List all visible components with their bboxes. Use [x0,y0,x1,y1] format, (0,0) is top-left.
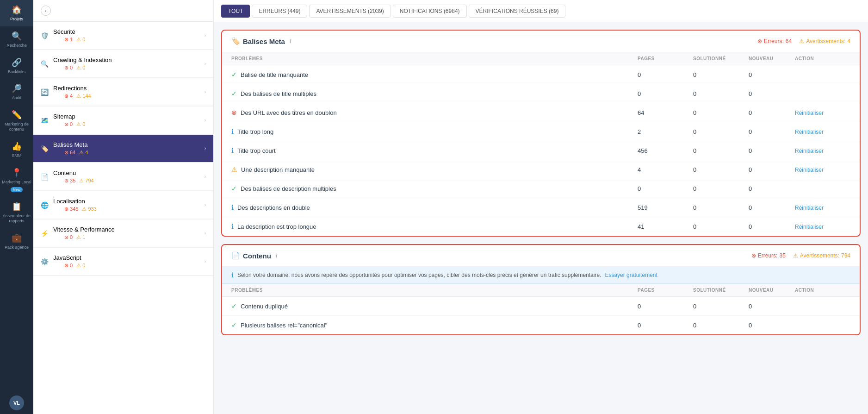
section-title-contenu: 📄 Contenu i [231,251,751,260]
problem-label: Title trop court [237,147,276,154]
nouveau-value: 0 [749,204,795,211]
nav-vitesse[interactable]: ⚡ Vitesse & Performance ⊗ 0 ⚠ 1 › [33,220,213,247]
nav-item-balises-meta: 🏷️ Balises Meta ⊗ 64 ⚠ 4 › [33,135,213,163]
nav-localisation[interactable]: 🌐 Localisation ⊗ 345 ⚠ 933 › [33,191,213,219]
nav-balises-meta[interactable]: 🏷️ Balises Meta ⊗ 64 ⚠ 4 › [33,135,213,163]
warnings-label: Avertissements: [806,38,845,44]
nav-crawling[interactable]: 🔍 Crawling & Indexation ⊗ 0 ⚠ 0 › [33,50,213,78]
nav-sitemap[interactable]: 🗺️ Sitemap ⊗ 0 ⚠ 0 › [33,107,213,134]
nouveau-value: 0 [749,185,795,192]
tag-icon-section: 🏷️ [231,37,240,45]
solutionne-value: 0 [693,147,749,154]
action-cell[interactable]: Réinitialiser [795,147,850,154]
pages-value: 0 [638,71,693,78]
reinitialiser-link[interactable]: Réinitialiser [795,110,824,116]
tab-tout[interactable]: TOUT [221,5,250,18]
left-panel: ‹ 🛡️ Sécurité ⊗ 1 ⚠ 0 › 🔍 Crawling & Ind… [33,0,214,414]
nav-item-localisation: 🌐 Localisation ⊗ 345 ⚠ 933 › [33,191,213,220]
section-title-text: Balises Meta [243,38,285,45]
tab-erreurs[interactable]: ERREURS (449) [252,5,307,18]
info-indicator-contenu: i [276,253,277,258]
sidebar-item-marketing-local[interactable]: 📍 Marketing Local New [0,163,33,197]
action-cell[interactable]: Réinitialiser [795,109,850,116]
sidebar-item-smm[interactable]: 👍 SMM [0,137,33,163]
badge-error-contenu: ⊗ 35 [64,178,75,184]
nav-redirections[interactable]: 🔄 Redirections ⊗ 4 ⚠ 144 › [33,78,213,106]
reinitialiser-link[interactable]: Réinitialiser [795,129,824,135]
chevron-right-icon: › [205,231,206,236]
content-area: 🏷️ Balises Meta i ⊗ Erreurs: 64 ⚠ Averti… [214,22,868,414]
stat-errors-contenu: ⊗ Erreurs: 35 [751,252,786,259]
shield-icon: 🛡️ [41,32,49,39]
edit-icon: ✏️ [12,110,22,120]
problem-cell: ✓ Contenu dupliqué [231,302,638,310]
stat-warnings-balises-meta: ⚠ Avertissements: 4 [799,38,850,44]
errors-label-contenu: Erreurs: [758,252,778,259]
problem-cell: ⚠ Une description manquante [231,166,638,173]
chevron-right-icon: › [205,174,206,179]
tab-avertissements[interactable]: AVERTISSEMENTS (2039) [309,5,391,18]
tab-notifications[interactable]: NOTIFICATIONS (6984) [393,5,467,18]
sidebar-item-recherche[interactable]: 🔍 Recherche [0,26,33,53]
action-cell[interactable]: Réinitialiser [795,223,850,230]
reinitialiser-link[interactable]: Réinitialiser [795,205,824,211]
sidebar-item-assembleur[interactable]: 📋 Assembleur de rapports [0,197,33,228]
sidebar-label-smm: SMM [12,153,22,158]
essayer-link[interactable]: Essayer gratuitement [605,272,657,278]
reinitialiser-link[interactable]: Réinitialiser [795,224,824,230]
nav-badges-balises-meta: ⊗ 64 ⚠ 4 [64,150,205,156]
badge-warn-redirections: ⚠ 144 [76,93,91,99]
solutionne-value: 0 [693,71,749,78]
badge-error-redirections: ⊗ 4 [64,93,73,99]
pages-value: 519 [638,204,693,211]
table-row: ✓ Balise de title manquante 0 0 0 [222,65,860,84]
sidebar-label-recherche: Recherche [6,43,27,48]
action-cell[interactable]: Réinitialiser [795,204,850,211]
nav-label-redirections: Redirections [53,85,205,92]
problem-cell: ℹ La description est trop longue [231,223,638,230]
nav-javascript[interactable]: ⚙️ JavaScript ⊗ 0 ⚠ 0 › [33,248,213,276]
table-balises-meta: PROBLÈMES PAGES SOLUTIONNÉ NOUVEAU ACTIO… [222,52,860,236]
nav-label-contenu: Contenu [53,169,205,176]
link-icon: 🔗 [12,57,22,68]
sidebar-item-marketing-contenu[interactable]: ✏️ Marketing de contenu [0,105,33,137]
nav-item-javascript: ⚙️ JavaScript ⊗ 0 ⚠ 0 › [33,248,213,276]
nav-securite[interactable]: 🛡️ Sécurité ⊗ 1 ⚠ 0 › [33,22,213,50]
badge-error-crawling: ⊗ 0 [64,65,73,71]
collapse-button[interactable]: ‹ [41,6,51,16]
problem-cell: ✓ Des balises de description multiples [231,185,638,192]
nav-label-vitesse: Vitesse & Performance [53,226,205,233]
error-icon: ⊗ [231,109,237,116]
chevron-right-icon: › [205,118,206,123]
nav-label-balises-meta: Balises Meta [53,141,205,148]
check-icon: ✓ [231,71,237,78]
pages-value: 2 [638,128,693,135]
table-row: ⚠ Une description manquante 4 0 0 Réinit… [222,160,860,179]
sidebar-label-backlinks: Backlinks [8,69,25,75]
pages-value: 456 [638,147,693,154]
nav-label-crawling: Crawling & Indexation [53,56,205,63]
reinitialiser-link[interactable]: Réinitialiser [795,148,824,154]
nav-contenu[interactable]: 📄 Contenu ⊗ 35 ⚠ 794 › [33,163,213,191]
table-row: ✓ Des balises de title multiples 0 0 0 [222,84,860,103]
avatar[interactable]: VL [9,395,24,410]
report-icon: 📋 [12,201,22,212]
table-row: ℹ Title trop court 456 0 0 Réinitialiser [222,141,860,160]
action-cell[interactable]: Réinitialiser [795,128,850,135]
badge-warn-securite: ⚠ 0 [76,37,85,43]
problem-cell: ✓ Balise de title manquante [231,71,638,78]
action-cell[interactable]: Réinitialiser [795,166,850,173]
nouveau-value: 0 [749,166,795,173]
table-row: ℹ Title trop long 2 0 0 Réinitialiser [222,122,860,141]
solutionne-value: 0 [693,223,749,230]
info-bar-contenu: ℹ Selon votre domaine, nous avons repéré… [222,267,860,284]
chevron-right-icon: › [205,61,206,66]
sidebar-item-audit[interactable]: 🔎 Audit [0,79,33,105]
tab-verifications[interactable]: VÉRIFICATIONS RÉUSSIES (69) [469,5,566,18]
nouveau-value: 0 [749,303,795,310]
sidebar-item-projets[interactable]: 🏠 Projets [0,0,33,26]
error-circle-icon: ⊗ [751,252,756,259]
sidebar-item-pack-agence[interactable]: 💼 Pack agence [0,228,33,255]
sidebar-item-backlinks[interactable]: 🔗 Backlinks [0,53,33,79]
reinitialiser-link[interactable]: Réinitialiser [795,167,824,173]
